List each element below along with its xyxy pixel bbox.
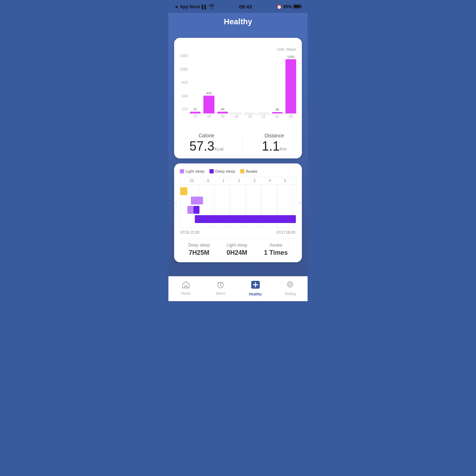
y-axis: 1350 1080 810 540 270	[180, 54, 188, 118]
bar-10	[285, 59, 296, 113]
bar-col-11: 38	[272, 108, 283, 113]
deep-sleep-label: Deep sleep	[188, 243, 210, 248]
bar-col-13	[244, 113, 255, 113]
sleep-x-3: 3	[253, 179, 255, 183]
legend-awake: Awake	[240, 169, 258, 173]
y-label-1350: 1350	[180, 54, 188, 58]
tab-healthy[interactable]: Healthy	[238, 277, 273, 300]
battery-percentage: 95%	[283, 4, 292, 9]
battery-icon	[293, 4, 302, 10]
sleep-segment-0	[180, 187, 187, 195]
status-bar: ◄ App Store ▌▌ 09:43 ⏰ 95%	[168, 0, 308, 13]
sleep-legend: Light sleep Deep sleep Awake	[180, 169, 296, 173]
svg-rect-3	[185, 286, 187, 288]
bar-col-15: 44	[217, 107, 228, 113]
carrier-label: App Store	[180, 4, 200, 9]
tab-alarm[interactable]: Alarm	[203, 277, 238, 300]
legend-label-awake: Awake	[246, 169, 258, 173]
deep-sleep-stat: Deep sleep 7H25M	[188, 243, 210, 257]
setting-tab-icon	[286, 280, 294, 291]
bar-16	[203, 96, 214, 113]
time-end: 07/17 06:00	[277, 231, 295, 234]
awake-stat: Awake 1 Times	[264, 243, 288, 257]
alarm-icon: ⏰	[277, 4, 282, 9]
wifi-icon	[209, 4, 214, 10]
main-content: Unit: Steps 1350 1080 810 540 270 414324…	[168, 32, 308, 276]
calorie-label: Calorie	[189, 133, 223, 138]
calorie-value: 57.3Kcal	[189, 140, 223, 153]
tab-alarm-label: Alarm	[216, 292, 225, 295]
light-sleep-label: Light sleep	[227, 243, 247, 248]
bars-area: 4143244381320 1716151413121110	[190, 55, 296, 118]
y-label-810: 810	[180, 81, 188, 85]
sleep-bars-area	[180, 184, 296, 227]
home-icon	[182, 281, 190, 291]
bar-col-16: 432	[203, 91, 214, 113]
y-label-270: 270	[180, 108, 188, 111]
calorie-stat: Calorie 57.3Kcal	[189, 133, 223, 153]
unit-label: Unit: Steps	[277, 47, 296, 51]
healthy-tab-icon	[250, 280, 260, 292]
awake-value: 1 Times	[264, 249, 288, 257]
page-header: Healthy	[168, 13, 308, 32]
tab-bar: Home Alarm Healthy	[168, 276, 308, 301]
distance-value: 1.1Km	[262, 140, 287, 153]
sleep-x-1: 1	[223, 179, 225, 183]
status-time: 09:43	[239, 4, 252, 10]
time-labels: 07/16 22:00 07/17 06:00	[180, 231, 296, 234]
bar-col-14	[231, 113, 242, 113]
alarm-tab-icon	[216, 281, 225, 291]
signal-icon: ▌▌	[202, 5, 207, 9]
sleep-segment-1	[191, 197, 203, 204]
tab-healthy-label: Healthy	[249, 292, 262, 296]
light-sleep-stat: Light sleep 0H24M	[227, 243, 247, 257]
bar-col-12	[258, 113, 269, 113]
sleep-card: Light sleep Deep sleep Awake ‹ › 23 0 1	[174, 163, 302, 262]
legend-light-sleep: Light sleep	[180, 169, 204, 173]
awake-label: Awake	[264, 243, 288, 248]
bar-15	[217, 112, 228, 113]
legend-label-deep: Deep sleep	[215, 169, 235, 173]
svg-line-6	[221, 285, 222, 286]
tab-home-label: Home	[181, 292, 191, 295]
steps-chart-area: Unit: Steps 1350 1080 810 540 270 414324…	[180, 47, 296, 126]
sleep-x-23: 23	[190, 179, 194, 183]
light-sleep-value: 0H24M	[227, 249, 247, 257]
tab-home[interactable]: Home	[168, 277, 203, 300]
bar-col-17: 41	[190, 107, 201, 113]
stats-row: Calorie 57.3Kcal Distance 1.1Km	[180, 130, 296, 153]
sleep-nav-left[interactable]: ‹	[175, 199, 177, 206]
legend-dot-light	[180, 169, 184, 173]
x-labels: 1716151413121110	[190, 115, 296, 118]
legend-dot-deep	[209, 169, 214, 173]
deep-sleep-value: 7H25M	[188, 249, 210, 257]
status-left: ◄ App Store ▌▌	[174, 4, 214, 10]
y-label-1080: 1080	[180, 68, 188, 71]
distance-label: Distance	[262, 133, 287, 138]
distance-stat: Distance 1.1Km	[262, 133, 287, 153]
sleep-segment-3	[193, 206, 199, 214]
sleep-segment-2	[187, 206, 193, 214]
tab-setting[interactable]: Setting	[273, 277, 308, 300]
time-start: 07/16 22:00	[181, 231, 199, 234]
legend-deep-sleep: Deep sleep	[209, 169, 235, 173]
bars-wrapper: 4143244381320	[190, 55, 296, 115]
status-right: ⏰ 95%	[277, 4, 302, 10]
sleep-nav-right[interactable]: ›	[299, 199, 301, 206]
svg-rect-2	[294, 5, 300, 7]
back-arrow: ◄	[174, 4, 178, 9]
bar-17	[190, 112, 201, 113]
page-title: Healthy	[224, 17, 252, 26]
sleep-chart: 23 0 1 2 3 4 5	[180, 177, 296, 228]
legend-dot-awake	[240, 169, 244, 173]
steps-card: Unit: Steps 1350 1080 810 540 270 414324…	[174, 38, 302, 158]
sleep-x-0: 0	[207, 179, 209, 183]
legend-label-light: Light sleep	[186, 169, 204, 173]
chart-container: 1350 1080 810 540 270 4143244381320 1716…	[180, 47, 296, 118]
bar-11	[272, 112, 283, 113]
svg-rect-1	[301, 5, 302, 7]
sleep-x-5: 5	[284, 179, 287, 183]
bar-col-10: 1320	[285, 55, 296, 113]
sleep-chart-wrapper: ‹ › 23 0 1 2 3 4 5	[180, 177, 296, 228]
stat-divider	[242, 133, 243, 153]
